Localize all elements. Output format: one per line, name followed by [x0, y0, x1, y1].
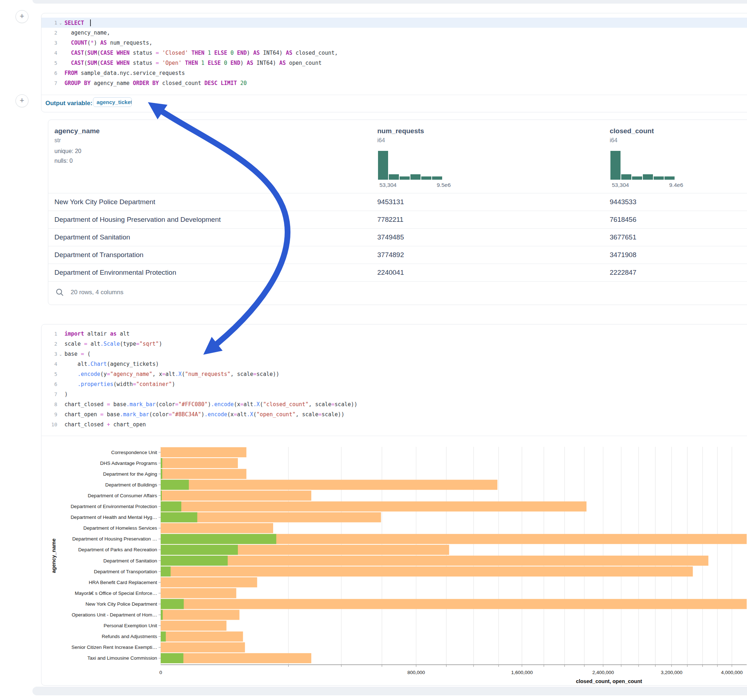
histogram-bar — [654, 177, 664, 180]
column-type: i64 — [610, 137, 617, 144]
line-number: 7 — [41, 80, 57, 86]
code-line-5: 5 .encode(y="agency_name", x=alt.X("num_… — [41, 369, 747, 379]
line-number: 1 — [41, 331, 57, 337]
histogram-bar — [389, 174, 399, 180]
code-line-8: 8chart_closed = base.mark_bar(color="#FF… — [41, 399, 747, 409]
code-text: chart_closed = base.mark_bar(color="#FFC… — [64, 401, 357, 407]
text-cursor — [90, 20, 91, 26]
code-line-1: 1⌄SELECT — [41, 18, 747, 28]
table-cell: Department of Environmental Protection — [54, 269, 176, 276]
y-tick-label: DHS Advantage Programs — [100, 460, 157, 466]
column-type: i64 — [377, 137, 385, 144]
y-tick-label: Refunds and Adjustments — [101, 634, 157, 639]
table-cell: 3774892 — [377, 251, 404, 259]
table-cell: 9453131 — [377, 198, 404, 206]
output-variable-pill[interactable]: agency_tickets — [93, 97, 132, 107]
x-tick-label: 3,200,000 — [661, 670, 682, 675]
y-tick-label: Department of Homeless Services — [83, 525, 157, 531]
fold-gutter — [57, 42, 64, 44]
sql-code-editor[interactable]: 1⌄SELECT 2 agency_name,3 COUNT(*) AS num… — [41, 18, 747, 88]
search-icon[interactable] — [56, 288, 64, 297]
y-tick-label: Department of Environmental Protection — [71, 504, 157, 509]
histogram-bar — [432, 177, 442, 180]
x-tick-label: 4,000,000 — [721, 670, 742, 675]
line-number: 10 — [41, 422, 57, 427]
table-row[interactable]: Department of Environmental Protection22… — [48, 264, 747, 282]
chart-bar-closed — [161, 643, 245, 652]
notebook-page: + + 1⌄SELECT 2 agency_name,3 COUNT(*) AS… — [0, 0, 747, 700]
y-tick-label: Operations Unit - Department of Hom… — [72, 612, 157, 617]
table-cell: 2240041 — [377, 269, 404, 276]
fold-gutter — [57, 63, 64, 64]
line-number: 5 — [41, 371, 57, 377]
y-tick-label: HRA Benefit Card Replacement — [89, 580, 157, 585]
fold-gutter — [57, 73, 64, 74]
x-tick-label: 1,600,000 — [511, 670, 532, 675]
histogram-bar — [400, 177, 410, 180]
line-number: 8 — [41, 401, 57, 407]
histogram-closed-count — [611, 151, 674, 180]
table-row[interactable]: Department of Transportation377489234719… — [48, 246, 747, 264]
fold-gutter — [57, 414, 64, 415]
y-tick-label: Senior Citizen Rent Increase Exempti… — [71, 644, 157, 650]
chart-bar-open — [161, 534, 277, 544]
chart-bar-open — [161, 502, 181, 512]
chart-bar-closed — [161, 556, 708, 566]
line-number: 6 — [41, 70, 57, 76]
y-tick-label: Department of Health and Mental Hyg… — [71, 514, 157, 520]
code-line-5: 5 CAST(SUM(CASE WHEN status = 'Open' THE… — [41, 58, 747, 68]
table-cell: 3749485 — [377, 233, 404, 241]
table-row[interactable]: Department of Sanitation37494853677651 — [48, 228, 747, 246]
python-cell: 1import altair as alt2scale = alt.Scale(… — [41, 324, 747, 686]
table-cell: 9443533 — [610, 198, 637, 206]
code-line-2: 2 agency_name, — [41, 28, 747, 38]
histogram-bar — [621, 174, 631, 180]
y-tick-label: Department for the Aging — [103, 471, 157, 477]
column-title: closed_count — [610, 127, 654, 135]
line-number: 2 — [41, 30, 57, 36]
fold-chevron-icon[interactable]: ⌄ — [57, 351, 64, 357]
table-cell: Department of Housing Preservation and D… — [54, 216, 221, 223]
python-code-editor[interactable]: 1import altair as alt2scale = alt.Scale(… — [41, 329, 747, 430]
y-tick-label: Personal Exemption Unit — [103, 623, 157, 628]
line-number: 1 — [41, 20, 57, 26]
code-text: .properties(width="container") — [64, 381, 175, 388]
code-text: CAST(SUM(CASE WHEN status = 'Closed' THE… — [64, 50, 338, 56]
output-variable-label: Output variable: — [45, 100, 92, 107]
chart-bar-closed — [161, 566, 693, 576]
histogram-min-label: 53,304 — [612, 182, 629, 188]
histogram-bar — [664, 177, 674, 180]
fold-gutter — [57, 404, 64, 405]
chart-bar-open — [161, 599, 184, 609]
code-line-3: 3 COUNT(*) AS num_requests, — [41, 38, 747, 48]
table-row[interactable]: New York City Police Department945313194… — [48, 193, 747, 211]
fold-gutter — [57, 53, 64, 54]
add-cell-button-top[interactable]: + — [15, 10, 29, 23]
code-line-4: 4 CAST(SUM(CASE WHEN status = 'Closed' T… — [41, 48, 747, 58]
chart-bar-closed — [161, 523, 273, 533]
y-tick-label: Department of Buildings — [105, 482, 157, 487]
chart-bar-open — [161, 480, 189, 490]
y-tick-label: Department of Sanitation — [103, 558, 157, 564]
table-row[interactable]: Department of Housing Preservation and D… — [48, 211, 747, 229]
table-cell: 3471908 — [610, 251, 637, 259]
code-text: alt.Chart(agency_tickets) — [64, 361, 159, 367]
chart-bar-closed — [161, 490, 312, 501]
chart-bar-closed — [161, 610, 239, 620]
y-tick-label: Taxi and Limousine Commission — [87, 655, 157, 661]
y-tick-label: Correspondence Unit — [111, 450, 157, 455]
fold-chevron-icon[interactable]: ⌄ — [57, 20, 64, 26]
code-text: import altair as alt — [64, 330, 130, 337]
line-number: 7 — [41, 391, 57, 397]
add-cell-button-middle[interactable]: + — [15, 94, 29, 107]
x-tick-label: 0 — [159, 670, 162, 675]
chart-bar-open — [161, 512, 197, 522]
code-line-4: 4 alt.Chart(agency_tickets) — [41, 359, 747, 369]
table-footer: 20 rows, 4 columns — [48, 281, 747, 305]
code-text: GROUP BY agency_name ORDER BY closed_cou… — [64, 80, 247, 86]
code-text: CAST(SUM(CASE WHEN status = 'Open' THEN … — [64, 60, 321, 66]
fold-gutter — [57, 364, 64, 365]
line-number: 3 — [41, 351, 57, 357]
y-tick-label: Department of Consumer Affairs — [88, 493, 157, 498]
column-meta-unique: unique: 20 — [54, 148, 82, 154]
